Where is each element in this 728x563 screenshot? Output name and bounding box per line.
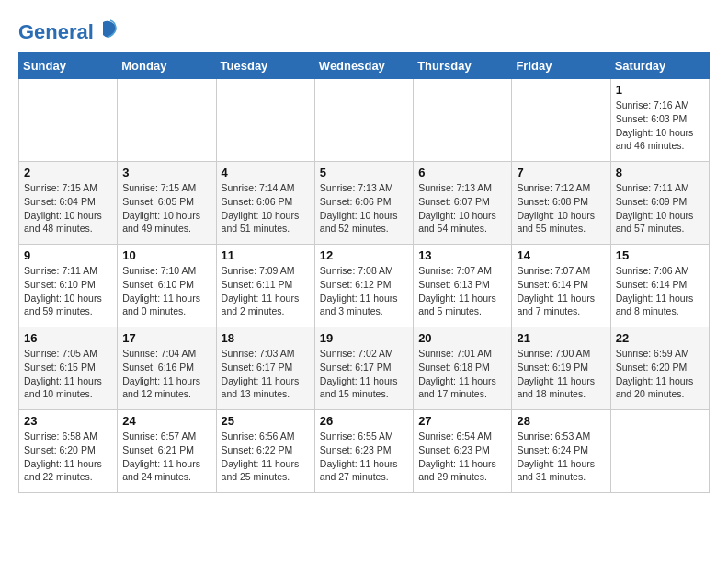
day-number: 10 — [122, 248, 210, 262]
day-info: Sunrise: 6:56 AM Sunset: 6:22 PM Dayligh… — [222, 430, 310, 484]
day-info: Sunrise: 7:13 AM Sunset: 6:06 PM Dayligh… — [320, 181, 408, 236]
day-number: 19 — [320, 331, 408, 345]
calendar-cell: 7Sunrise: 7:12 AM Sunset: 6:08 PM Daylig… — [512, 162, 610, 245]
day-info: Sunrise: 7:11 AM Sunset: 6:09 PM Dayligh… — [616, 181, 704, 236]
calendar-cell: 4Sunrise: 7:14 AM Sunset: 6:06 PM Daylig… — [216, 162, 314, 245]
day-number: 3 — [122, 166, 210, 179]
day-number: 20 — [418, 331, 506, 345]
day-number: 11 — [222, 248, 310, 262]
calendar-cell — [118, 79, 216, 162]
calendar-week-row: 2Sunrise: 7:15 AM Sunset: 6:04 PM Daylig… — [19, 162, 710, 245]
calendar-cell — [512, 79, 610, 162]
day-number: 18 — [222, 331, 310, 345]
calendar-cell — [216, 79, 314, 162]
logo: General — [18, 18, 118, 43]
calendar-cell: 5Sunrise: 7:13 AM Sunset: 6:06 PM Daylig… — [314, 162, 413, 245]
calendar-cell — [414, 79, 512, 162]
calendar-cell: 15Sunrise: 7:06 AM Sunset: 6:14 PM Dayli… — [610, 245, 709, 327]
day-info: Sunrise: 7:01 AM Sunset: 6:18 PM Dayligh… — [418, 347, 506, 401]
calendar-cell: 2Sunrise: 7:15 AM Sunset: 6:04 PM Daylig… — [19, 162, 118, 245]
day-number: 22 — [616, 331, 704, 345]
day-number: 26 — [320, 414, 408, 428]
day-info: Sunrise: 7:03 AM Sunset: 6:17 PM Dayligh… — [222, 347, 310, 401]
logo-icon — [101, 18, 118, 39]
day-number: 6 — [418, 166, 506, 179]
day-info: Sunrise: 7:02 AM Sunset: 6:17 PM Dayligh… — [320, 347, 408, 401]
weekday-header-wednesday: Wednesday — [314, 53, 413, 79]
calendar-week-row: 1Sunrise: 7:16 AM Sunset: 6:03 PM Daylig… — [19, 79, 710, 162]
logo-text-line1: General — [18, 18, 118, 43]
day-number: 4 — [222, 166, 310, 179]
calendar-week-row: 9Sunrise: 7:11 AM Sunset: 6:10 PM Daylig… — [19, 245, 710, 327]
calendar-cell: 9Sunrise: 7:11 AM Sunset: 6:10 PM Daylig… — [19, 245, 118, 327]
calendar-cell — [610, 410, 709, 493]
calendar-cell: 28Sunrise: 6:53 AM Sunset: 6:24 PM Dayli… — [512, 410, 610, 493]
day-info: Sunrise: 7:10 AM Sunset: 6:10 PM Dayligh… — [122, 264, 210, 318]
day-info: Sunrise: 7:13 AM Sunset: 6:07 PM Dayligh… — [418, 181, 506, 236]
day-info: Sunrise: 7:00 AM Sunset: 6:19 PM Dayligh… — [517, 347, 605, 401]
calendar-cell: 27Sunrise: 6:54 AM Sunset: 6:23 PM Dayli… — [414, 410, 512, 493]
day-number: 24 — [122, 414, 210, 428]
calendar-cell: 3Sunrise: 7:15 AM Sunset: 6:05 PM Daylig… — [118, 162, 216, 245]
day-info: Sunrise: 7:15 AM Sunset: 6:04 PM Dayligh… — [24, 181, 112, 236]
day-info: Sunrise: 7:09 AM Sunset: 6:11 PM Dayligh… — [222, 264, 310, 318]
day-number: 14 — [517, 248, 605, 262]
calendar-cell: 23Sunrise: 6:58 AM Sunset: 6:20 PM Dayli… — [19, 410, 118, 493]
day-number: 17 — [122, 331, 210, 345]
day-info: Sunrise: 7:08 AM Sunset: 6:12 PM Dayligh… — [320, 264, 408, 318]
calendar-cell: 20Sunrise: 7:01 AM Sunset: 6:18 PM Dayli… — [414, 327, 512, 410]
calendar-cell: 1Sunrise: 7:16 AM Sunset: 6:03 PM Daylig… — [610, 79, 709, 162]
calendar-week-row: 23Sunrise: 6:58 AM Sunset: 6:20 PM Dayli… — [19, 410, 710, 493]
calendar-cell: 12Sunrise: 7:08 AM Sunset: 6:12 PM Dayli… — [314, 245, 413, 327]
calendar-cell: 21Sunrise: 7:00 AM Sunset: 6:19 PM Dayli… — [512, 327, 610, 410]
day-number: 21 — [517, 331, 605, 345]
day-info: Sunrise: 6:58 AM Sunset: 6:20 PM Dayligh… — [24, 430, 112, 484]
day-info: Sunrise: 7:06 AM Sunset: 6:14 PM Dayligh… — [616, 264, 704, 318]
calendar-cell: 26Sunrise: 6:55 AM Sunset: 6:23 PM Dayli… — [314, 410, 413, 493]
day-info: Sunrise: 7:12 AM Sunset: 6:08 PM Dayligh… — [517, 181, 605, 236]
calendar-cell: 16Sunrise: 7:05 AM Sunset: 6:15 PM Dayli… — [19, 327, 118, 410]
day-number: 25 — [222, 414, 310, 428]
day-number: 12 — [320, 248, 408, 262]
day-info: Sunrise: 7:04 AM Sunset: 6:16 PM Dayligh… — [122, 347, 210, 401]
calendar-cell: 14Sunrise: 7:07 AM Sunset: 6:14 PM Dayli… — [512, 245, 610, 327]
calendar-table: SundayMondayTuesdayWednesdayThursdayFrid… — [18, 52, 710, 493]
calendar-cell: 10Sunrise: 7:10 AM Sunset: 6:10 PM Dayli… — [118, 245, 216, 327]
day-info: Sunrise: 7:15 AM Sunset: 6:05 PM Dayligh… — [122, 181, 210, 236]
day-number: 9 — [24, 248, 112, 262]
calendar-cell: 8Sunrise: 7:11 AM Sunset: 6:09 PM Daylig… — [610, 162, 709, 245]
day-number: 2 — [24, 166, 112, 179]
calendar-cell: 17Sunrise: 7:04 AM Sunset: 6:16 PM Dayli… — [118, 327, 216, 410]
day-number: 27 — [418, 414, 506, 428]
day-info: Sunrise: 6:55 AM Sunset: 6:23 PM Dayligh… — [320, 430, 408, 484]
weekday-header-thursday: Thursday — [414, 53, 512, 79]
day-info: Sunrise: 6:53 AM Sunset: 6:24 PM Dayligh… — [517, 430, 605, 484]
calendar-cell: 19Sunrise: 7:02 AM Sunset: 6:17 PM Dayli… — [314, 327, 413, 410]
calendar-cell — [314, 79, 413, 162]
calendar-week-row: 16Sunrise: 7:05 AM Sunset: 6:15 PM Dayli… — [19, 327, 710, 410]
calendar-cell: 11Sunrise: 7:09 AM Sunset: 6:11 PM Dayli… — [216, 245, 314, 327]
day-info: Sunrise: 6:57 AM Sunset: 6:21 PM Dayligh… — [122, 430, 210, 484]
day-number: 23 — [24, 414, 112, 428]
calendar-cell: 22Sunrise: 6:59 AM Sunset: 6:20 PM Dayli… — [610, 327, 709, 410]
day-number: 13 — [418, 248, 506, 262]
calendar-cell: 24Sunrise: 6:57 AM Sunset: 6:21 PM Dayli… — [118, 410, 216, 493]
day-info: Sunrise: 7:07 AM Sunset: 6:13 PM Dayligh… — [418, 264, 506, 318]
day-number: 28 — [517, 414, 605, 428]
calendar-cell: 13Sunrise: 7:07 AM Sunset: 6:13 PM Dayli… — [414, 245, 512, 327]
day-info: Sunrise: 7:16 AM Sunset: 6:03 PM Dayligh… — [616, 98, 704, 153]
day-info: Sunrise: 7:07 AM Sunset: 6:14 PM Dayligh… — [517, 264, 605, 318]
day-number: 1 — [616, 83, 704, 97]
day-number: 16 — [24, 331, 112, 345]
calendar-cell: 25Sunrise: 6:56 AM Sunset: 6:22 PM Dayli… — [216, 410, 314, 493]
calendar-header-row: SundayMondayTuesdayWednesdayThursdayFrid… — [19, 53, 710, 79]
day-info: Sunrise: 6:54 AM Sunset: 6:23 PM Dayligh… — [418, 430, 506, 484]
day-info: Sunrise: 7:14 AM Sunset: 6:06 PM Dayligh… — [222, 181, 310, 236]
day-info: Sunrise: 7:05 AM Sunset: 6:15 PM Dayligh… — [24, 347, 112, 401]
day-number: 15 — [616, 248, 704, 262]
weekday-header-tuesday: Tuesday — [216, 53, 314, 79]
page-header: General — [18, 18, 710, 43]
calendar-cell — [19, 79, 118, 162]
weekday-header-monday: Monday — [118, 53, 216, 79]
calendar-cell: 6Sunrise: 7:13 AM Sunset: 6:07 PM Daylig… — [414, 162, 512, 245]
